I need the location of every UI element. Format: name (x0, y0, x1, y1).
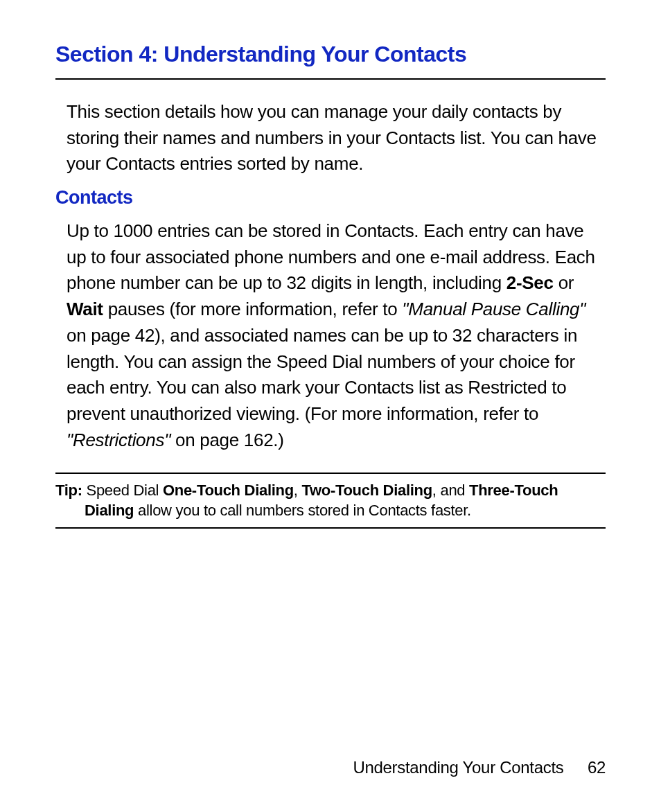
body-paragraph: Up to 1000 entries can be stored in Cont… (67, 218, 606, 453)
tip-box: Tip: Speed Dial One-Touch Dialing, Two-T… (55, 473, 606, 529)
intro-paragraph: This section details how you can manage … (67, 99, 606, 177)
body-text-part: pauses (for more information, refer to (103, 299, 403, 319)
tip-bold-two-touch: Two-Touch Dialing (301, 482, 432, 499)
tip-bold-one-touch: One-Touch Dialing (163, 482, 294, 499)
body-text-part: on page 162.) (170, 430, 284, 450)
body-text-part: or (554, 272, 574, 293)
tip-text-part: , and (432, 482, 469, 499)
tip-text-part: Speed Dial (82, 482, 163, 499)
body-italic-manual-pause: "Manual Pause Calling" (402, 299, 585, 319)
page-number: 62 (588, 758, 606, 777)
subsection-title: Contacts (55, 187, 606, 209)
body-bold-2sec: 2-Sec (506, 272, 554, 293)
body-text-part: on page 42), and associated names can be… (67, 325, 577, 424)
section-title: Section 4: Understanding Your Contacts (55, 42, 606, 80)
tip-paragraph: Tip: Speed Dial One-Touch Dialing, Two-T… (55, 481, 606, 520)
page-footer: Understanding Your Contacts 62 (353, 758, 606, 777)
tip-text-part: , (294, 482, 302, 499)
body-italic-restrictions: "Restrictions" (67, 430, 170, 450)
body-bold-wait: Wait (67, 299, 103, 319)
tip-label: Tip: (55, 482, 82, 499)
footer-title: Understanding Your Contacts (353, 758, 563, 777)
tip-text-part: allow you to call numbers stored in Cont… (134, 502, 471, 519)
